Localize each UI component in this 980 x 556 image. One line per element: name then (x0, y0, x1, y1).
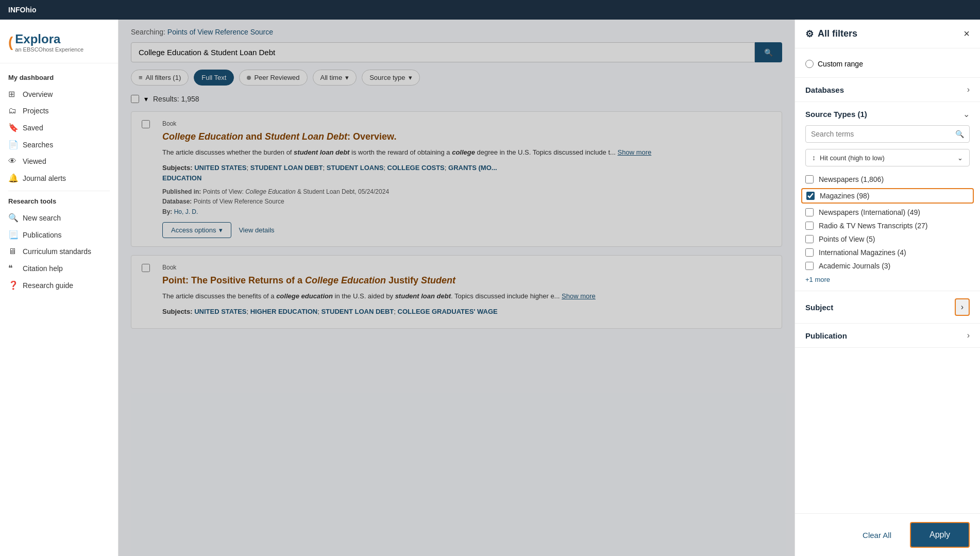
result-1-checkbox[interactable] (142, 120, 150, 128)
sidebar-item-journal-alerts[interactable]: 🔔 Journal alerts (0, 170, 118, 187)
all-time-label: All time (320, 74, 343, 81)
custom-range-radio[interactable] (805, 60, 814, 68)
subject-education[interactable]: education (162, 174, 201, 182)
results-dropdown-arrow[interactable]: ▾ (144, 95, 148, 103)
filter-funnel-icon: ⚙ (805, 28, 814, 40)
close-filters-button[interactable]: × (964, 28, 970, 40)
sort-chevron: ⌄ (957, 154, 963, 162)
checkbox-intl-magazines: International Magazines (4) (805, 246, 970, 259)
results-count: Results: 1,958 (153, 95, 199, 103)
subject-student-loan[interactable]: STUDENT loan debt (250, 164, 323, 172)
sidebar-item-citation[interactable]: ❝ Citation help (0, 260, 118, 277)
peer-reviewed-button[interactable]: Peer Reviewed (239, 70, 307, 86)
sidebar-item-label: Curriculum standards (23, 247, 91, 256)
result-2-type: Book (162, 264, 771, 271)
searching-label: Searching: (131, 28, 165, 36)
result-card-1: Book College Education and Student Loan … (131, 111, 782, 247)
citation-icon: ❝ (8, 263, 18, 273)
search-terms-input[interactable] (811, 130, 951, 138)
main-content: Searching: Points of View Reference Sour… (119, 20, 795, 556)
all-filters-button[interactable]: ≡ All filters (1) (131, 70, 189, 86)
sidebar-item-publications[interactable]: 📃 Publications (0, 226, 118, 243)
subject-student-loans[interactable]: STUDENT loans (327, 164, 384, 172)
checkbox-newspapers: Newspapers (1,806) (805, 173, 970, 186)
result-1-subjects: Subjects: UNITED States; STUDENT loan de… (162, 163, 771, 184)
search-input[interactable] (131, 42, 755, 62)
newspapers-intl-checkbox[interactable] (805, 208, 814, 216)
result-1-desc: The article discusses whether the burden… (162, 147, 771, 158)
search-terms-container: 🔍 (805, 125, 970, 143)
source-types-section: Source Types (1) ⌄ 🔍 ↕ Hit count (high t… (795, 102, 980, 291)
academic-journals-checkbox[interactable] (805, 262, 814, 270)
more-link[interactable]: +1 more (805, 276, 970, 283)
subject-us-2[interactable]: UNITED States (194, 308, 246, 315)
result-2-subjects: Subjects: UNITED States; HIGHER educatio… (162, 307, 771, 317)
sidebar-item-saved[interactable]: 🔖 Saved (0, 119, 118, 136)
new-search-icon: 🔍 (8, 213, 18, 223)
publication-header[interactable]: Publication › (805, 331, 970, 340)
sidebar-item-projects[interactable]: 🗂 Projects (0, 103, 118, 119)
source-type-button[interactable]: Source type ▾ (362, 70, 419, 86)
sidebar-item-new-search[interactable]: 🔍 New search (0, 209, 118, 226)
sidebar-item-overview[interactable]: ⊞ Overview (0, 86, 118, 103)
clear-all-button[interactable]: Clear All (850, 524, 904, 547)
search-terms-icon: 🔍 (955, 130, 964, 138)
checkbox-newspapers-intl: Newspapers (International) (49) (805, 206, 970, 219)
all-filters-label: All filters (1) (146, 74, 181, 81)
sidebar-item-research-guide[interactable]: ❓ Research guide (0, 277, 118, 294)
radio-tv-checkbox[interactable] (805, 222, 814, 230)
logo-sub: an EBSCOhost Experience (15, 46, 83, 53)
projects-icon: 🗂 (8, 106, 18, 115)
sidebar-item-searches[interactable]: 📄 Searches (0, 136, 118, 153)
viewed-icon: 👁 (8, 157, 18, 166)
sidebar-item-label: Saved (23, 124, 43, 132)
searching-source-link[interactable]: Points of View Reference Source (167, 28, 273, 36)
subject-college-costs[interactable]: COLLEGE costs (387, 164, 445, 172)
show-more-1[interactable]: Show more (618, 148, 652, 156)
results-bar: ▾ Results: 1,958 (131, 95, 782, 103)
sidebar-item-curriculum[interactable]: 🖥 Curriculum standards (0, 243, 118, 260)
result-row-1: Book College Education and Student Loan … (142, 120, 771, 238)
subject-header: Subject › (805, 298, 970, 316)
subject-grants[interactable]: GRANTS (Mo... (448, 164, 497, 172)
radio-tv-label: Radio & TV News Transcripts (27) (819, 222, 927, 230)
newspapers-intl-label: Newspapers (International) (49) (819, 208, 920, 216)
databases-header[interactable]: Databases › (805, 85, 970, 94)
subject-arrow-button[interactable]: › (955, 298, 970, 316)
research-tools-label: Research tools (0, 195, 118, 209)
all-time-button[interactable]: All time ▾ (313, 70, 357, 86)
subject-college-grads[interactable]: COLLEGE graduates' wage (398, 308, 498, 315)
show-more-2[interactable]: Show more (562, 292, 596, 300)
result-2-desc: The article discusses the benefits of a … (162, 291, 771, 301)
subject-us[interactable]: UNITED States (194, 164, 246, 172)
filters-header: ⚙ All filters × (795, 20, 980, 48)
journal-alerts-icon: 🔔 (8, 173, 18, 183)
view-details-link-1[interactable]: View details (239, 226, 274, 234)
sidebar-item-viewed[interactable]: 👁 Viewed (0, 153, 118, 170)
search-button[interactable]: 🔍 (755, 42, 782, 62)
full-text-button[interactable]: Full Text (194, 70, 234, 86)
access-options-button-1[interactable]: Access options ▾ (162, 222, 231, 238)
result-card-2: Book Point: The Positive Returns of a Co… (131, 255, 782, 329)
overview-icon: ⊞ (8, 89, 18, 99)
result-2-checkbox[interactable] (142, 264, 150, 272)
intl-magazines-label: International Magazines (4) (819, 248, 906, 257)
subject-student-loan-2[interactable]: STUDENT loan debt (321, 308, 394, 315)
sidebar-item-label: Citation help (23, 264, 63, 273)
filter-row: ≡ All filters (1) Full Text Peer Reviewe… (131, 70, 782, 86)
sidebar-item-label: New search (23, 214, 61, 222)
subject-title: Subject (805, 303, 833, 312)
sidebar-item-label: Overview (23, 90, 53, 98)
select-all-checkbox[interactable] (131, 95, 139, 103)
magazines-checkbox[interactable] (806, 192, 815, 200)
custom-range-section: Custom range (795, 48, 980, 78)
subject-higher-ed[interactable]: HIGHER education (250, 308, 317, 315)
author-ho[interactable]: Ho, J. D. (174, 208, 198, 215)
apply-button[interactable]: Apply (910, 522, 970, 548)
points-of-view-checkbox[interactable] (805, 235, 814, 243)
intl-magazines-checkbox[interactable] (805, 248, 814, 257)
custom-range-row: Custom range (805, 56, 970, 70)
sort-row[interactable]: ↕ Hit count (high to low) ⌄ (805, 149, 970, 166)
source-types-header[interactable]: Source Types (1) ⌄ (805, 109, 970, 119)
newspapers-checkbox[interactable] (805, 175, 814, 183)
